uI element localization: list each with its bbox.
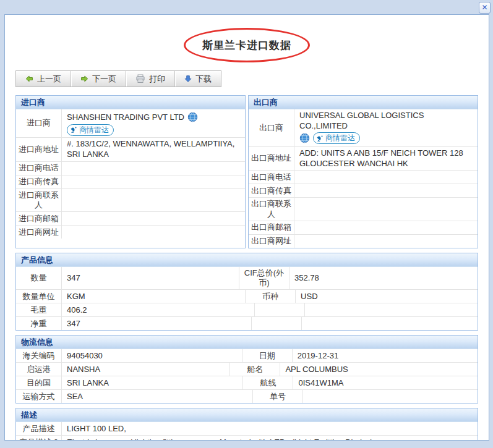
blue-arrow-down-icon [184, 75, 192, 83]
quantity-unit-value: KGM [62, 290, 245, 303]
table-row: 进口商电话 [16, 161, 245, 175]
table-row: 启运港 NANSHA 船名 APL COLUMBUS [16, 362, 478, 376]
importer-section-header: 进口商 [16, 96, 245, 109]
importer-contact-value [62, 189, 245, 212]
exporter-website-value [294, 235, 478, 248]
table-row: 出口商网址 [249, 234, 478, 248]
prev-page-label: 上一页 [37, 74, 61, 85]
satellite-dish-icon [316, 135, 324, 142]
importer-website-value [62, 226, 245, 239]
close-button[interactable]: ✕ [479, 2, 491, 14]
importer-contact-label: 进口商联系人 [16, 189, 62, 212]
download-label: 下载 [195, 74, 212, 85]
importer-exporter-section: 进口商 进口商 SHANSHEN TRADING PVT LTD [15, 95, 478, 248]
table-row: 数量 347 CIF总价(外币) 352.78 [16, 267, 478, 290]
exporter-contact-label: 出口商联系人 [249, 198, 294, 221]
exporter-name-label: 出口商 [249, 109, 294, 146]
route-label: 航线 [242, 376, 293, 389]
exporter-address-label: 出口商地址 [249, 147, 294, 171]
vessel-label: 船名 [229, 363, 280, 376]
table-row: 数量单位 KGM 币种 USD [16, 289, 478, 303]
print-button[interactable]: 打印 [126, 71, 174, 87]
prev-page-button[interactable]: 上一页 [16, 71, 71, 87]
table-row: 海关编码 94054030 日期 2019-12-31 [16, 349, 478, 362]
importer-name-label: 进口商 [16, 109, 62, 137]
product-description-label: 产品描述 [16, 422, 62, 435]
exporter-phone-label: 出口商电话 [249, 171, 294, 184]
empty-value [302, 317, 478, 330]
exporter-fax-value [294, 184, 478, 197]
destination-country-label: 目的国 [16, 376, 62, 389]
globe-icon[interactable] [187, 112, 198, 125]
exporter-email-value [294, 221, 478, 234]
product-description-value: LIGHT 100 LED, [62, 422, 478, 435]
route-value: 0IS41W1MA [293, 376, 478, 389]
dialog-window: ✕ 斯里兰卡进口数据 上一页 下一页 [0, 0, 493, 448]
download-button[interactable]: 下载 [174, 71, 221, 87]
destination-country-value: SRI LANKA [62, 376, 242, 389]
currency-label: 币种 [245, 290, 296, 303]
table-row: 进口商地址 #. 183/1C/2, WENNAWATTA, WELLAMPTI… [16, 137, 245, 161]
importer-company-name: SHANSHEN TRADING PVT LTD [67, 112, 184, 123]
exporter-name-value: UNIVERSAL GLOBAL LOGISTICS CO.,LIMITED [294, 109, 478, 146]
product-description2-value: Electric lamps and lighting fittings n.e… [62, 436, 478, 441]
gross-weight-label: 毛重 [16, 303, 62, 316]
description-section-header: 描述 [16, 408, 478, 422]
printer-icon [135, 74, 145, 83]
table-row: 进口商网址 [16, 225, 245, 239]
table-row: 进口商 SHANSHEN TRADING PVT LTD [16, 109, 245, 137]
green-arrow-right-icon [80, 75, 88, 83]
vessel-value: APL COLUMBUS [280, 363, 478, 376]
table-row: 出口商地址 ADD: UNITS A ANB 15/F NEICH TOWER … [249, 146, 478, 171]
logistics-info-panel: 物流信息 海关编码 94054030 日期 2019-12-31 启运港 NAN… [15, 335, 478, 404]
importer-email-label: 进口商邮箱 [16, 212, 62, 225]
next-page-button[interactable]: 下一页 [71, 71, 126, 87]
origin-port-value: NANSHA [62, 363, 229, 376]
importer-fax-label: 进口商传真 [16, 175, 62, 188]
table-row: 出口商邮箱 [249, 221, 478, 234]
currency-value: USD [296, 290, 478, 303]
table-row: 进口商邮箱 [16, 211, 245, 225]
exporter-panel: 出口商 出口商 UNIVERSAL GLOBAL LOGISTICS CO.,L… [248, 95, 478, 248]
empty-value [305, 303, 478, 316]
table-row: 出口商电话 [249, 170, 478, 184]
exporter-phone-value [294, 171, 478, 184]
data-sections: 进口商 进口商 SHANSHEN TRADING PVT LTD [15, 95, 478, 441]
importer-fax-value [62, 175, 245, 188]
table-row: 出口商传真 [249, 184, 478, 197]
transport-mode-label: 运输方式 [16, 390, 62, 403]
importer-phone-label: 进口商电话 [16, 162, 62, 175]
table-row: 产品描述 LIGHT 100 LED, [16, 422, 478, 435]
table-row: 毛重 406.2 [16, 303, 478, 316]
table-row: 目的国 SRI LANKA 航线 0IS41W1MA [16, 376, 478, 389]
importer-website-label: 进口商网址 [16, 226, 62, 239]
business-radar-badge[interactable]: 商情雷达 [67, 124, 114, 136]
table-row: 运输方式 SEA 单号 [16, 389, 478, 403]
importer-name-value: SHANSHEN TRADING PVT LTD [62, 109, 245, 137]
globe-icon[interactable] [299, 133, 310, 146]
exporter-address-value: ADD: UNITS A ANB 15/F NEICH TOWER 128 GL… [294, 147, 478, 171]
table-row: 进口商联系人 [16, 188, 245, 212]
cif-total-value: 352.78 [289, 267, 478, 290]
table-row: 产品描述 2 Electric lamps and lighting fitti… [16, 435, 478, 441]
bill-number-value [303, 390, 478, 403]
print-label: 打印 [149, 74, 165, 85]
exporter-fax-label: 出口商传真 [249, 184, 294, 197]
empty-label [254, 303, 305, 316]
next-page-label: 下一页 [92, 74, 116, 85]
exporter-company-name: UNIVERSAL GLOBAL LOGISTICS CO.,LIMITED [299, 111, 469, 132]
cif-total-label: CIF总价(外币) [239, 267, 289, 290]
gross-weight-value: 406.2 [62, 303, 254, 316]
table-row: 净重 347 [16, 316, 478, 330]
table-row: 进口商传真 [16, 175, 245, 188]
exporter-website-label: 出口商网址 [249, 235, 294, 248]
origin-port-label: 启运港 [16, 363, 62, 376]
hs-code-label: 海关编码 [16, 349, 62, 362]
table-row: 出口商 UNIVERSAL GLOBAL LOGISTICS CO.,LIMIT… [249, 109, 478, 146]
description-panel: 描述 产品描述 LIGHT 100 LED, 产品描述 2 Electric l… [15, 408, 478, 441]
date-label: 日期 [242, 349, 293, 362]
product-section-header: 产品信息 [16, 253, 478, 267]
date-value: 2019-12-31 [293, 349, 478, 362]
business-radar-badge[interactable]: 商情雷达 [313, 132, 360, 144]
net-weight-value: 347 [62, 317, 251, 330]
